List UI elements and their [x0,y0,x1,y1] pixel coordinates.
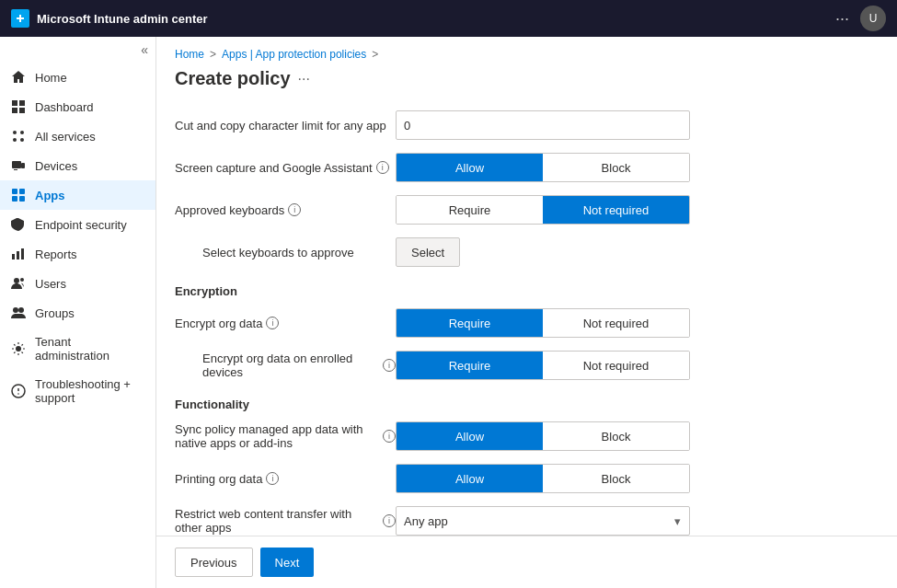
endpoint-icon [11,217,26,232]
encrypt-org-row: Encrypt org data i Require Not required [175,302,879,344]
cut-copy-row: Cut and copy character limit for any app [175,104,879,146]
svg-point-5 [13,131,17,134]
sidebar-item-all-services[interactable]: All services [0,121,155,151]
main-content: Home > Apps | App protection policies > … [156,37,897,536]
sidebar-item-endpoint-security[interactable]: Endpoint security [0,210,155,239]
svg-rect-1 [12,100,17,106]
printing-block-btn[interactable]: Block [543,465,689,492]
encrypt-enrolled-row: Encrypt org data on enrolled devices i R… [175,344,879,386]
encrypt-enrolled-info-icon[interactable]: i [383,359,396,372]
screen-capture-block-btn[interactable]: Block [543,154,689,181]
printing-control: Allow Block [396,464,879,493]
svg-rect-3 [12,108,17,113]
svg-rect-4 [19,108,25,113]
sidebar-collapse-btn[interactable]: « [0,37,155,63]
sync-policy-info-icon[interactable]: i [383,430,396,443]
dashboard-icon [11,99,26,114]
encrypt-org-require-btn[interactable]: Require [397,309,543,337]
tenant-icon [11,341,26,356]
breadcrumb-sep2: > [372,48,378,61]
printing-info-icon[interactable]: i [266,472,279,485]
svg-point-23 [16,346,21,352]
sync-policy-control: Allow Block [396,421,879,451]
screen-capture-info-icon[interactable]: i [376,161,389,174]
next-button[interactable]: Next [260,548,315,577]
encrypt-enrolled-require-btn[interactable]: Require [397,352,543,379]
reports-icon [11,247,26,261]
cut-copy-control [396,110,879,140]
restrict-web-label: Restrict web content transfer with other… [175,507,396,535]
encrypt-org-not-required-btn[interactable]: Not required [543,309,689,337]
printing-allow-btn[interactable]: Allow [397,465,543,492]
select-keyboards-btn[interactable]: Select [396,237,460,267]
previous-button[interactable]: Previous [175,548,253,577]
screen-capture-row: Screen capture and Google Assistant i Al… [175,146,879,189]
page-title-row: Create policy ··· [156,64,897,104]
encrypt-org-info-icon[interactable]: i [266,317,279,329]
sidebar-label-home: Home [35,71,67,85]
restrict-web-info-icon[interactable]: i [383,514,396,527]
sidebar-item-dashboard[interactable]: Dashboard [0,92,155,121]
sidebar-item-devices[interactable]: Devices [0,151,155,180]
sidebar-item-reports[interactable]: Reports [0,239,155,269]
breadcrumb-home[interactable]: Home [175,48,204,61]
svg-rect-15 [19,196,25,202]
intune-logo [11,9,29,28]
groups-icon [11,306,26,320]
encrypt-enrolled-not-required-btn[interactable]: Not required [543,352,689,379]
approved-keyboards-require-btn[interactable]: Require [397,196,543,224]
sync-policy-label: Sync policy managed app data with native… [175,422,396,450]
sidebar-label-all-services: All services [35,130,96,144]
select-keyboards-label: Select keyboards to approve [175,246,396,259]
svg-rect-2 [19,100,25,106]
svg-rect-9 [12,161,21,168]
sidebar-label-tenant: Tenant administration [35,335,144,363]
sync-allow-btn[interactable]: Allow [397,422,543,450]
sidebar-label-reports: Reports [35,248,77,261]
svg-rect-13 [19,189,25,194]
functionality-heading: Functionality [175,386,879,415]
svg-point-6 [20,131,24,134]
sidebar-item-groups[interactable]: Groups [0,298,155,328]
topbar-left: Microsoft Intune admin center [11,9,208,28]
svg-rect-18 [21,248,24,259]
svg-point-8 [20,138,24,142]
app-title: Microsoft Intune admin center [37,12,208,26]
approved-keyboards-label: Approved keyboards i [175,203,396,217]
sync-block-btn[interactable]: Block [543,422,689,450]
breadcrumb-apps[interactable]: Apps | App protection policies [222,48,366,61]
printing-label: Printing org data i [175,472,396,486]
svg-point-7 [13,138,17,142]
sidebar-item-apps[interactable]: Apps [0,180,155,210]
approved-keyboards-control: Require Not required [396,195,879,225]
encrypt-org-label: Encrypt org data i [175,317,396,330]
cut-copy-input[interactable] [396,110,690,140]
sidebar-item-troubleshooting[interactable]: Troubleshooting + support [0,370,155,412]
screen-capture-allow-btn[interactable]: Allow [397,154,543,181]
encrypt-org-control: Require Not required [396,308,879,338]
screen-capture-control: Allow Block [396,153,879,182]
sidebar-item-tenant-admin[interactable]: Tenant administration [0,328,155,370]
encryption-heading: Encryption [175,273,879,302]
sidebar-label-groups: Groups [35,306,75,320]
sidebar-item-users[interactable]: Users [0,269,155,298]
topbar-right: ··· U [835,6,886,31]
approved-keyboards-row: Approved keyboards i Require Not require… [175,189,879,231]
svg-rect-16 [12,254,15,259]
page-more-icon[interactable]: ··· [298,71,310,87]
troubleshooting-icon [11,384,26,398]
topbar: Microsoft Intune admin center ··· U [0,0,897,37]
sidebar-item-home[interactable]: Home [0,63,155,92]
svg-rect-10 [21,163,25,168]
encrypt-enrolled-label: Encrypt org data on enrolled devices i [175,352,396,379]
restrict-web-row: Restrict web content transfer with other… [175,500,879,536]
sidebar-label-devices: Devices [35,159,77,173]
all-services-icon [11,129,26,144]
approved-keyboards-info-icon[interactable]: i [288,203,301,216]
approved-keyboards-not-required-btn[interactable]: Not required [543,196,689,224]
sidebar: « Home Dashboard All services Devices [0,37,156,588]
avatar[interactable]: U [860,6,886,31]
devices-icon [11,158,26,173]
topbar-more-icon[interactable]: ··· [835,9,849,29]
restrict-web-select[interactable]: Any app None Policy managed apps Policy … [396,506,690,536]
